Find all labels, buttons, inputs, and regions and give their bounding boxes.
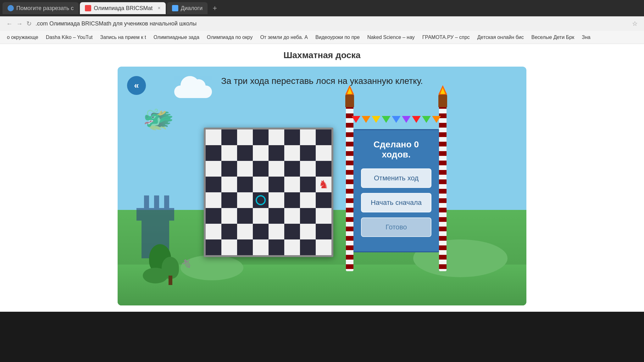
cell-3-0[interactable] xyxy=(206,177,221,192)
bookmark-3[interactable]: Олимпиадные задa xyxy=(150,33,203,41)
cell-2-1[interactable] xyxy=(221,161,237,177)
cell-5-6[interactable] xyxy=(300,208,316,224)
tab-dialogi[interactable]: Диалоги xyxy=(167,2,208,14)
moves-count: Сделано 0 ходов. xyxy=(361,140,431,160)
cell-1-6[interactable] xyxy=(300,145,316,161)
cell-4-7[interactable] xyxy=(316,192,331,208)
bookmark-9[interactable]: Детская онлайн биc xyxy=(474,33,527,41)
chess-board[interactable]: ♞ xyxy=(204,128,333,257)
cell-5-4[interactable] xyxy=(269,208,284,224)
cell-7-5[interactable] xyxy=(284,239,300,255)
cell-4-6[interactable] xyxy=(300,192,316,208)
cell-2-7[interactable] xyxy=(316,161,331,177)
cell-4-5[interactable] xyxy=(284,192,300,208)
cell-0-5[interactable] xyxy=(284,129,300,145)
cell-6-3[interactable] xyxy=(253,224,269,239)
cell-3-5[interactable] xyxy=(284,177,300,192)
cell-6-0[interactable] xyxy=(206,224,221,239)
cell-7-4[interactable] xyxy=(269,239,284,255)
bookmark-11[interactable]: Знa xyxy=(579,33,593,41)
cell-1-1[interactable] xyxy=(221,145,237,161)
cell-7-3[interactable] xyxy=(253,239,269,255)
scoreboard-panel: Сделано 0 ходов. Отменить ход Начать сна… xyxy=(352,129,440,252)
cell-2-5[interactable] xyxy=(284,161,300,177)
cell-0-0[interactable] xyxy=(206,129,221,145)
bookmark-2[interactable]: Запись на прием к t xyxy=(97,33,149,41)
cell-4-3[interactable] xyxy=(253,192,269,208)
cell-3-3[interactable] xyxy=(253,177,269,192)
flag-4 xyxy=(382,116,391,123)
cell-4-4[interactable] xyxy=(269,192,284,208)
torch-body-right xyxy=(438,95,447,107)
cell-3-4[interactable] xyxy=(269,177,284,192)
cell-2-6[interactable] xyxy=(300,161,316,177)
cell-2-4[interactable] xyxy=(269,161,284,177)
cell-1-0[interactable] xyxy=(206,145,221,161)
cell-1-7[interactable] xyxy=(316,145,331,161)
cell-7-2[interactable] xyxy=(237,239,253,255)
bookmark-6[interactable]: Видеоуроки по прe xyxy=(312,33,363,41)
bookmark-10[interactable]: Веселые Дети Брк xyxy=(528,33,577,41)
game-container: 🐲 🗡 « За три хода переставь лося на указ… xyxy=(118,67,526,305)
cell-5-0[interactable] xyxy=(206,208,221,224)
cell-2-0[interactable] xyxy=(206,161,221,177)
tab-olympiad[interactable]: Олимпиада BRICSMat × xyxy=(80,2,165,14)
back-button[interactable]: « xyxy=(127,76,146,95)
cell-2-2[interactable] xyxy=(237,161,253,177)
cell-4-0[interactable] xyxy=(206,192,221,208)
nav-forward-icon[interactable]: → xyxy=(16,20,23,27)
tab-help-label: Помогите разрезать с xyxy=(16,5,74,12)
cell-3-7[interactable]: ♞ xyxy=(316,177,331,192)
cell-7-6[interactable] xyxy=(300,239,316,255)
cell-5-1[interactable] xyxy=(221,208,237,224)
cell-7-1[interactable] xyxy=(221,239,237,255)
cell-5-3[interactable] xyxy=(253,208,269,224)
nav-back-icon[interactable]: ← xyxy=(6,20,13,27)
cell-6-7[interactable] xyxy=(316,224,331,239)
cell-0-1[interactable] xyxy=(221,129,237,145)
tab-help[interactable]: Помогите разрезать с xyxy=(3,2,79,14)
bookmark-1[interactable]: Dasha Kiko – YouTut xyxy=(43,33,96,41)
cell-4-2[interactable] xyxy=(237,192,253,208)
bookmark-8[interactable]: ГРАМОТА.РУ – спрс xyxy=(419,33,473,41)
restart-button[interactable]: Начать сначала xyxy=(361,193,431,212)
ready-button[interactable]: Готово xyxy=(361,217,431,237)
cell-0-6[interactable] xyxy=(300,129,316,145)
cell-5-7[interactable] xyxy=(316,208,331,224)
torch-body-left xyxy=(345,95,354,107)
cell-3-1[interactable] xyxy=(221,177,237,192)
cell-3-6[interactable] xyxy=(300,177,316,192)
cell-0-4[interactable] xyxy=(269,129,284,145)
cell-5-5[interactable] xyxy=(284,208,300,224)
cell-2-3[interactable] xyxy=(253,161,269,177)
undo-button[interactable]: Отменить ход xyxy=(361,168,431,188)
cell-0-2[interactable] xyxy=(237,129,253,145)
bookmark-5[interactable]: От земли до неба. А xyxy=(257,33,311,41)
bookmark-star-icon[interactable]: ☆ xyxy=(632,20,638,27)
cell-7-0[interactable] xyxy=(206,239,221,255)
task-text: За три хода переставь лося на указанную … xyxy=(221,76,423,86)
tab-olympiad-close[interactable]: × xyxy=(158,5,160,11)
cell-7-7[interactable] xyxy=(316,239,331,255)
bookmark-0[interactable]: о окружающе xyxy=(4,33,42,41)
cell-1-2[interactable] xyxy=(237,145,253,161)
cell-1-4[interactable] xyxy=(269,145,284,161)
cell-6-6[interactable] xyxy=(300,224,316,239)
flag-8 xyxy=(422,116,431,123)
cell-5-2[interactable] xyxy=(237,208,253,224)
cell-0-3[interactable] xyxy=(253,129,269,145)
cell-6-1[interactable] xyxy=(221,224,237,239)
new-tab-button[interactable]: + xyxy=(209,3,221,14)
cell-1-5[interactable] xyxy=(284,145,300,161)
cell-6-5[interactable] xyxy=(284,224,300,239)
cell-3-2[interactable] xyxy=(237,177,253,192)
cell-0-7[interactable] xyxy=(316,129,331,145)
cell-1-3[interactable] xyxy=(253,145,269,161)
bookmark-4[interactable]: Олимпиада по окрy xyxy=(204,33,256,41)
bookmark-7[interactable]: Naked Science – нау xyxy=(364,33,418,41)
nav-refresh-icon[interactable]: ↻ xyxy=(26,20,32,27)
cell-6-4[interactable] xyxy=(269,224,284,239)
cell-4-1[interactable] xyxy=(221,192,237,208)
cell-6-2[interactable] xyxy=(237,224,253,239)
address-text[interactable]: .com Олимпиада BRICSMath для учеников на… xyxy=(36,20,197,27)
